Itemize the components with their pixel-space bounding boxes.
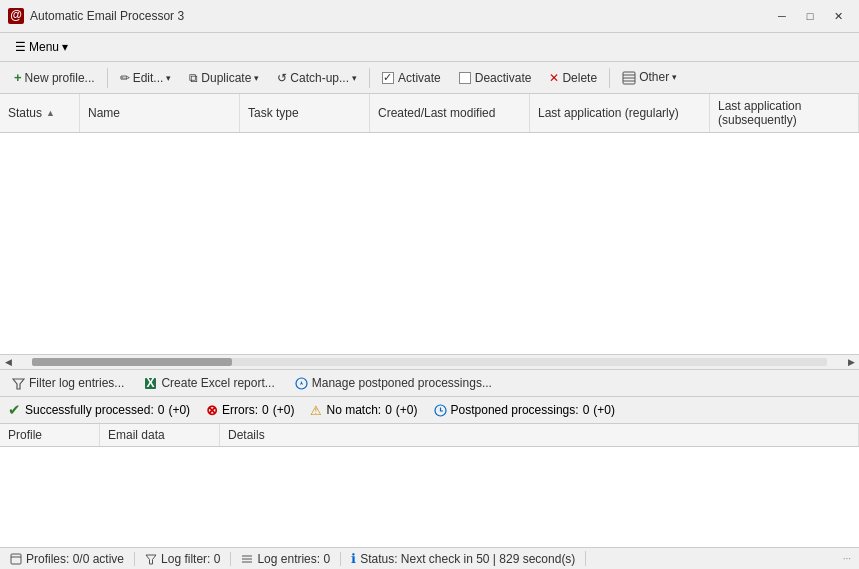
- log-col-emaildata-label: Email data: [108, 428, 165, 442]
- hscroll-left-arrow[interactable]: ◀: [0, 357, 16, 367]
- edit-arrow: ▾: [166, 73, 171, 83]
- col-tasktype-label: Task type: [248, 106, 299, 120]
- titlebar-left: @ Automatic Email Processor 3: [8, 8, 184, 24]
- success-count: 0: [158, 403, 165, 417]
- toolbar: + New profile... ✏ Edit... ▾ ⧉ Duplicate…: [0, 62, 859, 94]
- manage-postponed-label: Manage postponed processings...: [312, 376, 492, 390]
- log-col-details[interactable]: Details: [220, 424, 859, 446]
- delete-icon: ✕: [549, 71, 559, 85]
- manage-postponed-button[interactable]: Manage postponed processings...: [291, 374, 496, 392]
- filter-log-button[interactable]: Filter log entries...: [8, 374, 128, 392]
- log-col-emaildata[interactable]: Email data: [100, 424, 220, 446]
- menu-arrow: ▾: [62, 40, 68, 54]
- separator-2: [369, 68, 370, 88]
- excel-report-button[interactable]: X Create Excel report...: [140, 374, 278, 392]
- delete-label: Delete: [562, 71, 597, 85]
- col-header-tasktype[interactable]: Task type: [240, 94, 370, 132]
- statusbar: Profiles: 0/0 active Log filter: 0 Log e…: [0, 547, 859, 569]
- catchup-button[interactable]: ↺ Catch-up... ▾: [269, 67, 365, 89]
- activate-checkbox: [382, 72, 394, 84]
- duplicate-label: Duplicate: [201, 71, 251, 85]
- delete-button[interactable]: ✕ Delete: [541, 67, 605, 89]
- deactivate-button[interactable]: Deactivate: [451, 67, 540, 89]
- log-status-bar: ✔ Successfully processed: 0 (+0) ⊗ Error…: [0, 397, 859, 424]
- errors-delta: (+0): [273, 403, 295, 417]
- logentries-label: Log entries: 0: [257, 552, 330, 566]
- filter-log-label: Filter log entries...: [29, 376, 124, 390]
- catchup-icon: ↺: [277, 71, 287, 85]
- deactivate-checkbox: [459, 72, 471, 84]
- logfilter-label: Log filter: 0: [161, 552, 220, 566]
- col-created-label: Created/Last modified: [378, 106, 495, 120]
- maximize-button[interactable]: □: [797, 6, 823, 26]
- col-lastapp-reg-label: Last application (regularly): [538, 106, 679, 120]
- error-icon: ⊗: [206, 402, 218, 418]
- duplicate-button[interactable]: ⧉ Duplicate ▾: [181, 67, 267, 89]
- deactivate-label: Deactivate: [475, 71, 532, 85]
- hscroll-track: [32, 358, 827, 366]
- col-header-lastapp-reg[interactable]: Last application (regularly): [530, 94, 710, 132]
- logentries-status: Log entries: 0: [231, 552, 341, 566]
- postponed-delta: (+0): [593, 403, 615, 417]
- nomatch-delta: (+0): [396, 403, 418, 417]
- hscroll-thumb[interactable]: [32, 358, 232, 366]
- hamburger-icon: ☰: [15, 40, 26, 54]
- catchup-arrow: ▾: [352, 73, 357, 83]
- activate-label: Activate: [398, 71, 441, 85]
- close-button[interactable]: ✕: [825, 6, 851, 26]
- resize-handle[interactable]: ···: [843, 553, 851, 564]
- sort-icon-status: ▲: [46, 108, 55, 118]
- log-col-details-label: Details: [228, 428, 265, 442]
- app-icon: @: [8, 8, 24, 24]
- col-lastapp-sub-label: Last application (subsequently): [718, 99, 850, 127]
- postponed-count: 0: [583, 403, 590, 417]
- info-icon: ℹ: [351, 551, 356, 566]
- success-delta: (+0): [168, 403, 190, 417]
- duplicate-icon: ⧉: [189, 71, 198, 85]
- hscroll-right-arrow[interactable]: ▶: [843, 357, 859, 367]
- postponed-icon: [434, 403, 447, 417]
- edit-button[interactable]: ✏ Edit... ▾: [112, 67, 180, 89]
- menu-label: Menu: [29, 40, 59, 54]
- log-toolbar: Filter log entries... X Create Excel rep…: [0, 370, 859, 397]
- profiles-label: Profiles: 0/0 active: [26, 552, 124, 566]
- postponed-status: Postponed processings: 0 (+0): [434, 403, 615, 417]
- new-profile-button[interactable]: + New profile...: [6, 66, 103, 89]
- col-header-status[interactable]: Status ▲: [0, 94, 80, 132]
- col-status-label: Status: [8, 106, 42, 120]
- log-table-header: Profile Email data Details: [0, 424, 859, 447]
- other-arrow: ▾: [672, 72, 677, 82]
- menubar: ☰ Menu ▾: [0, 33, 859, 62]
- minimize-button[interactable]: ─: [769, 6, 795, 26]
- col-header-lastapp-sub[interactable]: Last application (subsequently): [710, 94, 859, 132]
- titlebar-controls: ─ □ ✕: [769, 6, 851, 26]
- logentries-icon: [241, 552, 253, 566]
- edit-label: Edit...: [133, 71, 164, 85]
- col-header-created[interactable]: Created/Last modified: [370, 94, 530, 132]
- profiles-status: Profiles: 0/0 active: [8, 552, 135, 566]
- menu-button[interactable]: ☰ Menu ▾: [8, 37, 75, 57]
- filter-icon: [12, 376, 25, 390]
- other-label: Other: [639, 70, 669, 84]
- table-header: Status ▲ Name Task type Created/Last mod…: [0, 94, 859, 133]
- activate-button[interactable]: Activate: [374, 67, 449, 89]
- svg-text:@: @: [10, 9, 22, 22]
- log-col-profile[interactable]: Profile: [0, 424, 100, 446]
- warning-icon: ⚠: [310, 403, 322, 418]
- col-header-name[interactable]: Name: [80, 94, 240, 132]
- separator-1: [107, 68, 108, 88]
- hscrollbar[interactable]: ◀ ▶: [0, 354, 859, 370]
- catchup-label: Catch-up...: [290, 71, 349, 85]
- logfilter-icon: [145, 552, 157, 566]
- log-col-profile-label: Profile: [8, 428, 42, 442]
- postponed-label: Postponed processings:: [451, 403, 579, 417]
- duplicate-arrow: ▾: [254, 73, 259, 83]
- status-info: ℹ Status: Next check in 50 | 829 second(…: [341, 551, 586, 566]
- other-button[interactable]: Other ▾: [614, 66, 685, 89]
- success-status: ✔ Successfully processed: 0 (+0): [8, 401, 190, 419]
- logfilter-status: Log filter: 0: [135, 552, 231, 566]
- edit-icon: ✏: [120, 71, 130, 85]
- add-icon: +: [14, 70, 22, 85]
- errors-count: 0: [262, 403, 269, 417]
- new-profile-label: New profile...: [25, 71, 95, 85]
